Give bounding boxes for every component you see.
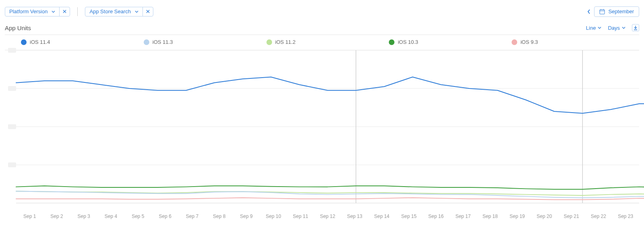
y-tick-redacted xyxy=(8,124,16,129)
x-tick: Sep 19 xyxy=(504,214,530,219)
legend-item[interactable]: iOS 11.2 xyxy=(266,39,389,45)
filter-platform-version[interactable]: Platform Version xyxy=(5,7,70,16)
filter-remove-icon[interactable] xyxy=(60,7,70,16)
y-tick-redacted xyxy=(8,162,16,167)
filter-label: App Store Search xyxy=(89,8,131,14)
x-tick: Sep 5 xyxy=(124,214,151,219)
legend-label: iOS 10.3 xyxy=(398,39,418,45)
calendar-icon xyxy=(599,9,605,14)
x-tick: Sep 23 xyxy=(612,214,639,219)
legend-item[interactable]: iOS 11.3 xyxy=(144,39,266,45)
legend-swatch xyxy=(21,39,27,45)
legend: iOS 11.4iOS 11.3iOS 11.2iOS 10.3iOS 9.3 xyxy=(5,35,639,50)
legend-label: iOS 11.4 xyxy=(30,39,50,45)
chevron-down-icon xyxy=(52,10,55,13)
month-picker[interactable]: September xyxy=(594,6,639,17)
legend-swatch xyxy=(512,39,517,45)
legend-item[interactable]: iOS 11.4 xyxy=(21,39,144,45)
y-tick-redacted xyxy=(8,48,16,53)
legend-label: iOS 9.3 xyxy=(520,39,538,45)
x-tick: Sep 21 xyxy=(558,214,585,219)
x-tick: Sep 18 xyxy=(477,214,504,219)
x-tick: Sep 6 xyxy=(151,214,178,219)
x-tick: Sep 22 xyxy=(585,214,612,219)
prev-month-button[interactable] xyxy=(585,7,592,16)
x-tick: Sep 9 xyxy=(233,214,260,219)
chevron-down-icon xyxy=(622,27,625,29)
x-tick: Sep 2 xyxy=(43,214,70,219)
page-title: App Units xyxy=(5,25,31,31)
chevron-down-icon xyxy=(135,10,138,13)
x-tick: Sep 13 xyxy=(341,214,368,219)
legend-item[interactable]: iOS 9.3 xyxy=(512,39,634,45)
x-tick: Sep 15 xyxy=(395,214,422,219)
granularity-toggle[interactable]: Days xyxy=(608,25,625,31)
x-tick: Sep 17 xyxy=(450,214,477,219)
x-tick: Sep 11 xyxy=(287,214,314,219)
legend-swatch xyxy=(266,39,272,45)
chevron-down-icon xyxy=(598,27,601,29)
line-chart xyxy=(5,50,639,211)
x-tick: Sep 12 xyxy=(314,214,341,219)
legend-swatch xyxy=(144,39,149,45)
chart-type-toggle[interactable]: Line xyxy=(586,25,602,31)
y-tick-redacted xyxy=(8,86,16,91)
legend-swatch xyxy=(389,39,394,45)
legend-label: iOS 11.3 xyxy=(153,39,173,45)
x-tick: Sep 10 xyxy=(260,214,287,219)
month-label: September xyxy=(608,8,634,14)
x-tick: Sep 14 xyxy=(368,214,395,219)
x-tick: Sep 1 xyxy=(16,214,43,219)
x-tick: Sep 8 xyxy=(206,214,233,219)
filter-remove-icon[interactable] xyxy=(143,7,153,16)
separator xyxy=(77,7,78,16)
x-tick: Sep 3 xyxy=(70,214,97,219)
legend-item[interactable]: iOS 10.3 xyxy=(389,39,512,45)
download-button[interactable] xyxy=(632,24,639,31)
filter-app-store-search[interactable]: App Store Search xyxy=(85,7,153,16)
x-tick: Sep 20 xyxy=(531,214,558,219)
x-axis: Sep 1Sep 2Sep 3Sep 4Sep 5Sep 6Sep 7Sep 8… xyxy=(16,211,639,219)
x-tick: Sep 7 xyxy=(179,214,206,219)
svg-rect-0 xyxy=(600,10,605,14)
legend-label: iOS 11.2 xyxy=(275,39,296,45)
x-tick: Sep 16 xyxy=(422,214,449,219)
filter-label: Platform Version xyxy=(9,8,47,14)
x-tick: Sep 4 xyxy=(97,214,124,219)
